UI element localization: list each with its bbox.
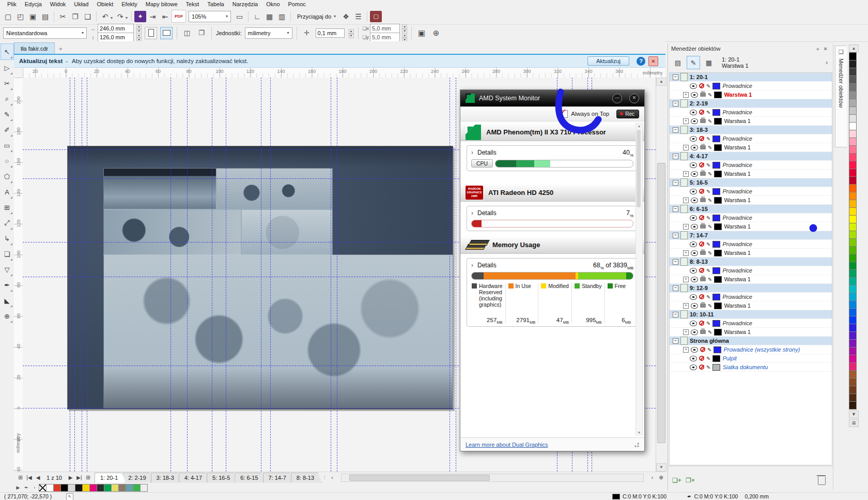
printer-icon[interactable] <box>700 224 706 229</box>
layer-row[interactable]: +✎Prowadnice (wszystkie strony) <box>670 345 832 354</box>
expander-chevron-icon[interactable]: › <box>471 149 473 156</box>
layer-page-row[interactable]: −10: 10-11 <box>670 310 832 319</box>
connector-tool[interactable]: ↳ <box>1 231 13 246</box>
layer-page-row[interactable]: −1: 20-1 <box>670 73 832 82</box>
layer-color-swatch[interactable] <box>714 118 722 125</box>
edit-pencil-icon[interactable]: ✎ <box>708 303 712 309</box>
help-icon[interactable]: ? <box>637 57 645 66</box>
nudge-field[interactable]: 0,1 mm <box>316 28 345 38</box>
page-height-spinner[interactable]: ▲▼ <box>136 33 142 41</box>
layer-row[interactable]: ✎Prowadnice <box>670 240 832 249</box>
menu-edycja[interactable]: Edycja <box>21 1 46 8</box>
copy-button[interactable]: ❐ <box>69 10 81 22</box>
show-grid-button[interactable]: ▦ <box>264 10 275 22</box>
menu-efekty[interactable]: Efekty <box>117 1 142 8</box>
table-tool[interactable]: ⊞ <box>1 200 13 215</box>
layer-page-row[interactable]: −4: 4-17 <box>670 152 832 161</box>
layer-row[interactable]: ✎Prowadnice <box>670 108 832 117</box>
units-combo[interactable]: milimetry ▾ <box>245 27 292 39</box>
palette-color-swatch[interactable] <box>849 153 857 161</box>
printer-icon[interactable] <box>700 251 706 255</box>
memory-details-label[interactable]: Details <box>477 262 497 269</box>
visibility-eye-icon[interactable] <box>690 268 697 274</box>
palette-color-swatch[interactable] <box>849 362 857 371</box>
page-tab-4[interactable]: 4: 4-17 <box>179 473 210 483</box>
palette-color-swatch[interactable] <box>849 355 857 363</box>
edit-pencil-icon[interactable]: ✎ <box>708 224 712 230</box>
print-disabled-icon[interactable] <box>699 162 704 168</box>
portrait-button[interactable] <box>145 27 157 39</box>
edit-pencil-icon[interactable]: ✎ <box>708 171 712 177</box>
guideline-vertical[interactable] <box>212 78 212 472</box>
layer-page-row[interactable]: −5: 16-5 <box>670 178 832 187</box>
expander-chevron-icon[interactable]: › <box>471 262 473 269</box>
interactive-fill-tool[interactable]: ◣ <box>1 293 13 308</box>
expand-icon[interactable]: + <box>683 118 689 124</box>
drawing-page[interactable] <box>67 146 453 410</box>
layer-page-row[interactable]: −3: 18-3 <box>670 126 832 134</box>
palette-color-swatch[interactable] <box>849 107 857 115</box>
palette-color-swatch[interactable] <box>849 52 857 60</box>
update-button[interactable]: Aktualizuj <box>587 56 629 66</box>
visibility-eye-icon[interactable] <box>690 189 697 194</box>
layer-color-swatch[interactable] <box>714 144 722 151</box>
palette-flyout-icon[interactable]: ▶ <box>14 485 22 490</box>
polygon-tool[interactable]: ⬠ <box>1 169 13 184</box>
palette-color-swatch[interactable] <box>849 393 857 402</box>
pick-tool[interactable]: ↖ <box>1 43 14 60</box>
expand-icon[interactable]: + <box>683 250 689 256</box>
layer-color-swatch[interactable] <box>712 267 720 274</box>
zoom-tool[interactable]: ⌕ <box>1 91 13 107</box>
doc-color-swatch[interactable] <box>104 484 112 492</box>
paste-button[interactable]: ❑ <box>82 10 94 22</box>
layer-row[interactable]: ✎Prowadnice <box>670 161 832 170</box>
show-rulers-button[interactable]: ∟ <box>251 10 263 22</box>
collapse-icon[interactable]: − <box>673 127 678 133</box>
guideline-vertical[interactable] <box>70 78 70 472</box>
drop-shadow-tool[interactable]: ❏ <box>1 246 13 262</box>
object-manager-strip-tab[interactable]: ❏ Menedżer obiektów <box>835 46 847 147</box>
printer-icon[interactable] <box>700 145 706 149</box>
doc-color-swatch[interactable] <box>82 484 90 492</box>
print-disabled-icon[interactable] <box>700 347 705 352</box>
palette-color-swatch[interactable] <box>849 207 857 216</box>
layer-name[interactable]: Prowadnice <box>722 320 752 326</box>
palette-color-swatch[interactable] <box>849 386 857 394</box>
edit-across-layers-button[interactable]: ✎ <box>687 56 700 69</box>
cpu-details-label[interactable]: Details <box>477 149 497 156</box>
layer-color-swatch[interactable] <box>714 346 721 353</box>
collapse-icon[interactable]: − <box>673 285 678 291</box>
guideline-vertical[interactable] <box>187 78 188 472</box>
edit-pencil-icon[interactable]: ✎ <box>706 365 710 370</box>
scroll-thumb[interactable] <box>637 130 641 207</box>
palette-color-swatch[interactable] <box>849 231 857 239</box>
layer-row[interactable]: ✎Prowadnice <box>670 319 832 328</box>
palette-color-swatch[interactable] <box>849 308 857 316</box>
always-on-top-checkbox[interactable]: ✔ <box>560 110 568 118</box>
layer-name[interactable]: Warstwa 1 <box>724 171 751 177</box>
layer-row[interactable]: +✎Warstwa 1 <box>670 143 832 152</box>
menu-plik[interactable]: Plik <box>3 1 21 8</box>
vertical-scrollbar[interactable]: ▲ ▼ <box>656 78 666 472</box>
options-button[interactable]: ❖ <box>340 10 352 22</box>
layer-color-swatch[interactable] <box>712 364 720 371</box>
layer-color-swatch[interactable] <box>712 241 720 248</box>
layer-row[interactable]: ✎Pulpit <box>670 354 832 363</box>
layer-row[interactable]: +✎Warstwa 1 <box>670 170 832 178</box>
snap-to-dropdown[interactable]: Przyciągaj do ▾ <box>293 12 339 21</box>
gpu-details-label[interactable]: Details <box>477 209 497 217</box>
page-size-combo[interactable]: Niestandardowa ▾ <box>3 27 87 39</box>
layer-color-swatch[interactable] <box>712 162 720 169</box>
edit-pencil-icon[interactable]: ✎ <box>708 329 712 335</box>
edit-pencil-icon[interactable]: ✎ <box>707 347 711 353</box>
zoom-page-icon[interactable]: ⊕ <box>657 473 665 482</box>
palette-color-swatch[interactable] <box>849 184 857 192</box>
layer-row[interactable]: +✎Warstwa 1 <box>670 301 832 310</box>
palette-color-swatch[interactable] <box>849 370 857 378</box>
layer-name[interactable]: Warstwa 1 <box>724 118 751 124</box>
layer-row[interactable]: +✎Warstwa 1 <box>670 328 832 337</box>
all-pages-button[interactable]: ◫ <box>181 27 193 39</box>
edit-pencil-icon[interactable]: ✎ <box>708 250 712 256</box>
layer-page-row[interactable]: −6: 6-15 <box>670 205 832 214</box>
new-layer-button[interactable]: ❏+ <box>671 475 683 486</box>
